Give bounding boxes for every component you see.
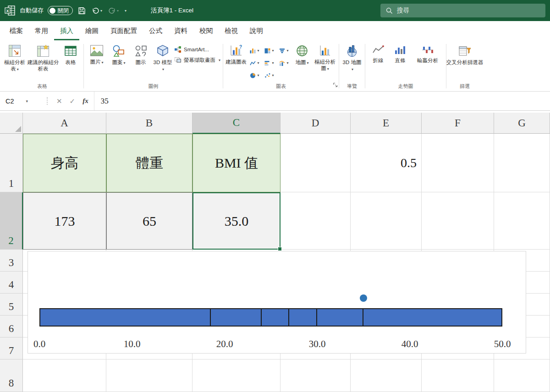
- column-header-C[interactable]: C: [192, 113, 280, 134]
- insert-pie-chart-button[interactable]: ▾: [248, 70, 261, 81]
- cell-D2[interactable]: [280, 192, 351, 250]
- tab-formulas[interactable]: 公式: [143, 21, 168, 40]
- tab-file[interactable]: 檔案: [4, 21, 29, 40]
- cell-A2[interactable]: 173: [23, 192, 106, 250]
- cell-F1[interactable]: [422, 134, 494, 192]
- insert-function-button[interactable]: fx: [82, 97, 88, 105]
- cell-A8[interactable]: [23, 359, 106, 392]
- enter-button[interactable]: ✓: [70, 97, 76, 105]
- column-header-G[interactable]: G: [494, 113, 550, 134]
- sparkline-column-button[interactable]: 直條: [390, 42, 411, 64]
- bar-segment[interactable]: [262, 308, 290, 327]
- sparkline-winloss-button[interactable]: 輸贏分析: [412, 42, 444, 64]
- slicer-button[interactable]: 交叉分析篩選器: [449, 42, 481, 65]
- cell-B8[interactable]: [106, 359, 192, 392]
- bar-segment[interactable]: [363, 308, 502, 327]
- column-header-E[interactable]: E: [351, 113, 422, 134]
- tab-help[interactable]: 說明: [244, 21, 269, 40]
- column-header-F[interactable]: F: [422, 113, 494, 134]
- name-box-dropdown-icon[interactable]: ▾: [26, 99, 28, 103]
- formula-input[interactable]: 35: [94, 92, 550, 110]
- x-axis-tick-label[interactable]: 50.0: [494, 338, 511, 350]
- smartart-button[interactable]: SmartArt...: [174, 46, 220, 53]
- redo-button[interactable]: ▾: [107, 6, 120, 16]
- cell-C2[interactable]: 35.0: [192, 192, 280, 250]
- row-header-8[interactable]: 8: [0, 359, 23, 392]
- cell-D1[interactable]: [280, 134, 351, 192]
- tab-review[interactable]: 校閱: [193, 21, 219, 40]
- bar-segment[interactable]: [289, 308, 317, 327]
- row-header-1[interactable]: 1: [0, 134, 23, 192]
- pivot-table-button[interactable]: 樞紐分析表▾: [3, 42, 26, 72]
- tab-view[interactable]: 檢視: [219, 21, 244, 40]
- cell-G1[interactable]: [494, 134, 550, 192]
- insert-column-chart-button[interactable]: ▾: [248, 45, 261, 56]
- pivot-chart-button[interactable]: 樞紐分析圖▾: [314, 42, 336, 72]
- bar-segment[interactable]: [317, 308, 363, 327]
- insert-scatter-chart-button[interactable]: ▾: [262, 70, 276, 81]
- cell-D8[interactable]: [280, 359, 351, 392]
- row-header-2[interactable]: 2: [0, 192, 23, 250]
- cell-F8[interactable]: [422, 359, 494, 392]
- tab-data[interactable]: 資料: [168, 21, 193, 40]
- bmi-chart[interactable]: 0.010.020.030.040.050.0: [28, 251, 526, 354]
- x-axis-tick-label[interactable]: 20.0: [216, 338, 233, 350]
- cell-E8[interactable]: [351, 359, 422, 392]
- undo-button[interactable]: ▾: [91, 6, 103, 16]
- save-button[interactable]: [77, 6, 87, 16]
- tab-page-layout[interactable]: 頁面配置: [104, 21, 143, 40]
- cell-B1[interactable]: 體重: [106, 134, 192, 192]
- pictures-button[interactable]: 圖片▾: [86, 42, 107, 65]
- x-axis-tick-label[interactable]: 30.0: [309, 338, 326, 350]
- insert-hierarchy-chart-button[interactable]: ▾: [262, 45, 276, 56]
- insert-combo-chart-button[interactable]: ▾: [277, 57, 291, 69]
- insert-waterfall-funnel-chart-button[interactable]: ▾: [277, 45, 291, 56]
- x-axis-tick-label[interactable]: 0.0: [33, 338, 45, 350]
- icons-button[interactable]: 圖示: [130, 42, 151, 65]
- cell-G2[interactable]: [494, 192, 550, 250]
- x-axis-tick-label[interactable]: 40.0: [402, 338, 418, 350]
- tab-draw[interactable]: 繪圖: [79, 21, 104, 40]
- bar-segment[interactable]: [211, 308, 262, 327]
- bmi-marker-point[interactable]: [360, 294, 367, 302]
- autosave-toggle[interactable]: 關閉: [48, 6, 73, 15]
- x-axis-tick-label[interactable]: 10.0: [124, 338, 141, 350]
- name-box[interactable]: C2 ▾: [0, 92, 46, 110]
- cell-E1[interactable]: 0.5: [351, 134, 422, 192]
- tab-home[interactable]: 常用: [29, 21, 54, 40]
- table-button[interactable]: 表格: [60, 42, 81, 65]
- tab-insert[interactable]: 插入: [54, 21, 79, 40]
- recommended-charts-button[interactable]: ? 建議圖表: [226, 42, 247, 65]
- cell-E2[interactable]: [351, 192, 422, 250]
- column-header-D[interactable]: D: [280, 113, 351, 134]
- charts-dialog-launcher[interactable]: [333, 81, 338, 89]
- shapes-button[interactable]: 圖案▾: [108, 42, 129, 65]
- insert-bar-chart-button[interactable]: ▾: [262, 57, 276, 69]
- 3d-map-button[interactable]: 3D 地圖▾: [341, 42, 363, 72]
- quick-access-dropdown-button[interactable]: ▾: [124, 8, 127, 14]
- insert-line-area-chart-button[interactable]: ▾: [248, 57, 261, 69]
- cell-C1[interactable]: BMI 值: [192, 134, 280, 192]
- cell-F2[interactable]: [422, 192, 494, 250]
- row-header-5[interactable]: 5: [0, 294, 23, 316]
- column-header-A[interactable]: A: [23, 113, 106, 134]
- cell-B2[interactable]: 65: [106, 192, 192, 250]
- cell-A1[interactable]: 身高: [23, 134, 106, 192]
- screenshot-button[interactable]: 螢幕擷取畫面 ▾: [174, 56, 220, 64]
- cancel-button[interactable]: ✕: [56, 97, 62, 105]
- bar-segment[interactable]: [39, 308, 211, 327]
- column-header-B[interactable]: B: [106, 113, 192, 134]
- row-header-7[interactable]: 7: [0, 338, 23, 359]
- select-all-corner[interactable]: [0, 113, 23, 134]
- maps-button[interactable]: 地圖▾: [292, 42, 313, 65]
- row-header-3[interactable]: 3: [0, 250, 23, 272]
- cell-C8[interactable]: [192, 359, 280, 392]
- sparkline-line-button[interactable]: 折線: [368, 42, 389, 64]
- fill-handle[interactable]: [278, 247, 282, 251]
- 3d-models-button[interactable]: 3D 模型▾: [152, 42, 173, 72]
- search-box[interactable]: 搜尋: [380, 4, 545, 17]
- row-header-6[interactable]: 6: [0, 316, 23, 338]
- row-header-4[interactable]: 4: [0, 272, 23, 294]
- cell-G8[interactable]: [494, 359, 550, 392]
- recommended-pivottables-button[interactable]: 建議的樞紐分析表: [27, 42, 59, 72]
